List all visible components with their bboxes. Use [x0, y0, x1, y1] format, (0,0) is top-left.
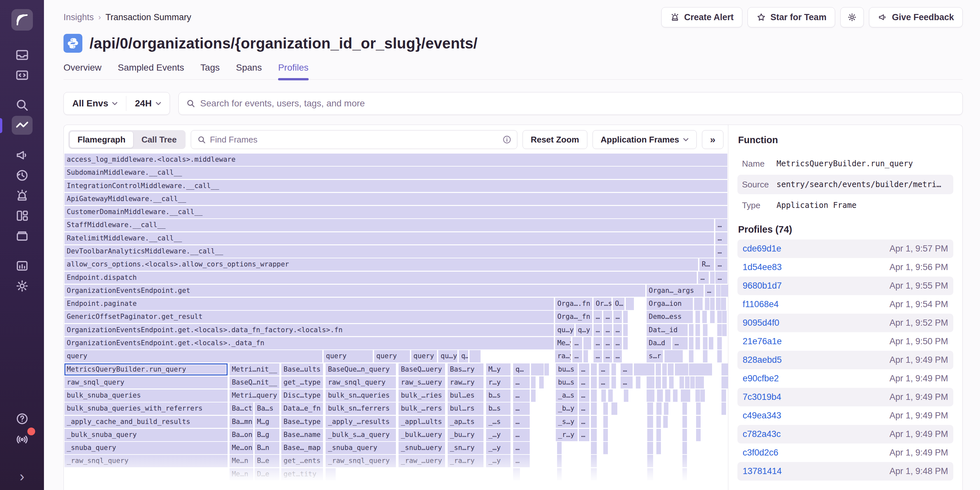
- sidebar-item-explore[interactable]: [12, 66, 33, 85]
- flame-frame[interactable]: …: [579, 363, 590, 376]
- flame-frame[interactable]: allow_cors_options.<locals>.allow_cors_o…: [64, 258, 698, 271]
- flame-frame[interactable]: [531, 376, 536, 389]
- flame-frame[interactable]: …: [715, 258, 727, 271]
- flame-frame[interactable]: query: [64, 350, 322, 362]
- flame-frame[interactable]: [716, 298, 721, 310]
- flame-frame[interactable]: [721, 298, 726, 310]
- flame-frame[interactable]: …: [513, 429, 530, 441]
- flame-frame[interactable]: r…y: [486, 376, 511, 389]
- flame-frame[interactable]: Base…type: [281, 416, 323, 428]
- flame-frame[interactable]: [682, 429, 687, 441]
- flame-frame[interactable]: …: [603, 324, 612, 336]
- profile-id-link[interactable]: 13781414: [743, 466, 782, 476]
- flame-frame[interactable]: …: [513, 403, 530, 415]
- flame-frame[interactable]: [557, 442, 562, 454]
- flame-frame[interactable]: [539, 363, 544, 376]
- flame-frame[interactable]: …: [698, 272, 709, 284]
- flame-frame[interactable]: [689, 363, 694, 376]
- flame-frame[interactable]: …: [613, 337, 622, 349]
- flame-frame[interactable]: [591, 429, 597, 441]
- flame-frame[interactable]: [708, 363, 712, 376]
- flame-frame[interactable]: [695, 311, 700, 323]
- profile-id-link[interactable]: c782a43c: [743, 429, 781, 439]
- flame-frame[interactable]: [725, 363, 728, 376]
- flame-frame[interactable]: BaseQ…uery: [399, 363, 445, 376]
- flame-frame[interactable]: [531, 390, 536, 402]
- flame-frame[interactable]: [703, 337, 708, 349]
- flame-frame[interactable]: [682, 468, 687, 480]
- info-icon[interactable]: [503, 135, 511, 144]
- flame-frame[interactable]: [674, 350, 678, 362]
- flame-frame[interactable]: [624, 390, 628, 402]
- flame-frame[interactable]: access_log_middleware.<locals>.middlewar…: [64, 154, 727, 166]
- flame-frame[interactable]: OrganizationEventsEndpoint.get.<locals>.…: [64, 324, 554, 336]
- flame-frame[interactable]: M…y: [486, 363, 511, 376]
- flame-frame[interactable]: bulk_…ries: [399, 390, 445, 402]
- flame-frame[interactable]: _apply_cache_and_build_results: [64, 416, 228, 428]
- flame-frame[interactable]: CustomerDomainMiddleware.__call__: [64, 206, 727, 218]
- flame-frame[interactable]: _a…s: [556, 390, 578, 402]
- create-alert-button[interactable]: Create Alert: [661, 7, 742, 27]
- flame-frame[interactable]: [608, 390, 613, 402]
- flame-frame[interactable]: _bulk_s…a_query: [326, 429, 396, 441]
- profile-row[interactable]: 1d54ee83Apr 1, 9:56 PM: [737, 258, 953, 277]
- give-feedback-button[interactable]: Give Feedback: [869, 7, 963, 27]
- sidebar-item-dashboards[interactable]: [12, 206, 33, 225]
- flame-frame[interactable]: bulk_sn…queries: [326, 390, 396, 402]
- sidebar-item-settings[interactable]: [12, 277, 33, 295]
- flame-frame[interactable]: [557, 455, 562, 467]
- flame-frame[interactable]: [675, 363, 679, 376]
- flame-frame[interactable]: Disc…type: [281, 390, 323, 402]
- flame-frame[interactable]: _…y: [486, 442, 511, 454]
- flame-frame[interactable]: _snuba_query: [64, 442, 228, 454]
- flame-frame[interactable]: bulk_snuba_queries_with_referrers: [64, 403, 228, 415]
- flame-frame[interactable]: _apply_…results: [326, 416, 396, 428]
- sentry-logo[interactable]: [11, 9, 33, 30]
- flame-frame[interactable]: …: [599, 363, 609, 376]
- flame-frame[interactable]: [684, 363, 688, 376]
- flame-frame[interactable]: [673, 390, 678, 402]
- flame-frame[interactable]: Orga…ion: [647, 298, 693, 310]
- flame-frame[interactable]: …: [613, 324, 622, 336]
- flame-frame[interactable]: [662, 376, 667, 389]
- tab-sampled-events[interactable]: Sampled Events: [118, 62, 184, 79]
- flame-frame[interactable]: _appl…ults: [399, 416, 445, 428]
- flame-frame[interactable]: [665, 390, 670, 402]
- profile-row[interactable]: 13781414Apr 1, 9:48 PM: [737, 462, 953, 480]
- flame-frame[interactable]: Da…d: [647, 337, 671, 349]
- settings-button[interactable]: [840, 7, 864, 27]
- flame-frame[interactable]: B…g: [255, 429, 279, 441]
- flame-frame[interactable]: SubdomainMiddleware.__call__: [64, 167, 727, 179]
- profile-id-link[interactable]: 828aebd5: [743, 355, 782, 365]
- flame-frame[interactable]: …: [715, 272, 727, 284]
- flame-frame[interactable]: …: [613, 311, 622, 323]
- flame-frame[interactable]: [689, 337, 694, 349]
- flame-frame[interactable]: …: [573, 350, 582, 362]
- flame-frame[interactable]: …: [579, 429, 590, 441]
- flame-frame[interactable]: [669, 350, 674, 362]
- flame-frame[interactable]: [656, 429, 661, 441]
- flame-frame[interactable]: [591, 468, 597, 480]
- profile-row[interactable]: cde69d1eApr 1, 9:57 PM: [737, 239, 953, 258]
- flame-frame[interactable]: …: [715, 245, 727, 258]
- find-frames-input[interactable]: [191, 130, 517, 149]
- flame-frame[interactable]: BaseQue…n_query: [326, 363, 396, 376]
- flame-frame[interactable]: …: [672, 337, 687, 349]
- flame-frame[interactable]: b…s: [486, 403, 511, 415]
- search-input[interactable]: [178, 92, 963, 115]
- flame-frame[interactable]: query: [374, 350, 410, 362]
- flame-frame[interactable]: Base…ults: [281, 363, 323, 376]
- flame-frame[interactable]: [721, 403, 726, 415]
- flame-frame[interactable]: _sn…ry: [448, 442, 484, 454]
- flame-frame[interactable]: OrganizationEventsEndpoint.get: [64, 285, 645, 297]
- flame-frame[interactable]: [725, 285, 728, 297]
- flame-frame[interactable]: [656, 442, 661, 454]
- flame-frame[interactable]: _ap…ts: [448, 416, 484, 428]
- flame-frame[interactable]: [717, 350, 722, 362]
- flame-frame[interactable]: _raw_snql_query: [326, 455, 396, 467]
- flame-frame[interactable]: [662, 363, 667, 376]
- profile-id-link[interactable]: 7c3019b4: [743, 392, 781, 402]
- flame-frame[interactable]: [709, 337, 713, 349]
- flame-frame[interactable]: Bas…ry: [448, 363, 484, 376]
- flame-frame[interactable]: [664, 403, 668, 415]
